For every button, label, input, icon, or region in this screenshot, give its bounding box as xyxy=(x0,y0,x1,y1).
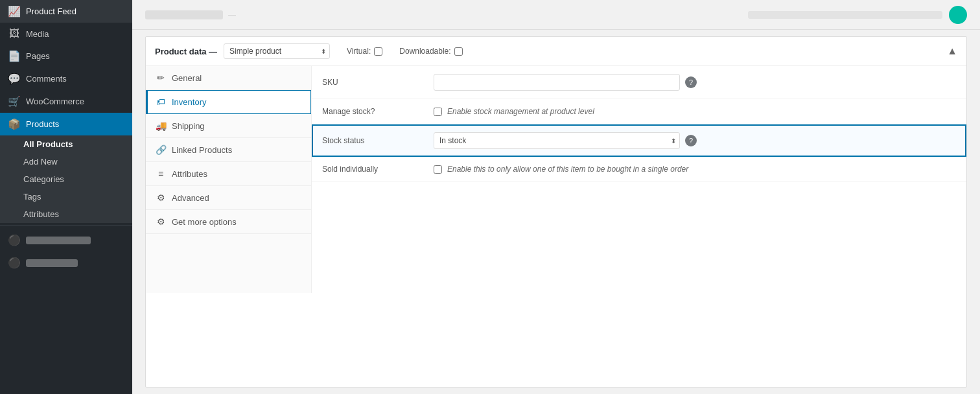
sold-individually-description: Enable this to only allow one of this it… xyxy=(447,165,688,174)
virtual-checkbox[interactable] xyxy=(374,47,382,56)
sidebar-item-pages[interactable]: 📄 Pages xyxy=(0,45,132,67)
sold-individually-field: Enable this to only allow one of this it… xyxy=(434,165,956,174)
sidebar-item-label: Comments xyxy=(26,74,67,84)
manage-stock-description: Enable stock management at product level xyxy=(447,107,594,116)
comments-icon: 💬 xyxy=(8,73,21,85)
manage-stock-label: Manage stock? xyxy=(322,107,426,116)
tab-get-more-options[interactable]: ⚙ Get more options xyxy=(146,210,311,234)
sidebar-item-label: Add New xyxy=(23,157,58,167)
manage-stock-row: Manage stock? Enable stock management at… xyxy=(312,99,966,124)
stock-status-help-icon[interactable]: ? xyxy=(685,135,697,146)
product-data-title: Product data — xyxy=(155,47,217,56)
downloadable-checkbox[interactable] xyxy=(454,47,463,56)
tab-shipping[interactable]: 🚚 Shipping xyxy=(146,114,311,138)
stock-status-label: Stock status xyxy=(322,136,426,145)
tabs-panel: ✏ General 🏷 Inventory 🚚 Shipping 🔗 Linke… xyxy=(146,66,312,293)
linked-products-icon: 🔗 xyxy=(155,145,167,155)
tab-advanced-label: Advanced xyxy=(172,193,209,203)
sidebar-item-add-new[interactable]: Add New xyxy=(0,153,132,170)
edit-label: — xyxy=(228,10,236,19)
blurred-icon-1: ⚫ xyxy=(8,234,21,246)
manage-stock-field: Enable stock management at product level xyxy=(434,107,956,116)
stock-status-field: In stock Out of stock On backorder ? xyxy=(434,132,956,149)
blurred-icon-2: ⚫ xyxy=(8,257,21,269)
sidebar-item-all-products[interactable]: All Products xyxy=(0,135,132,153)
main-content: — Product data — Simple product Grouped … xyxy=(132,0,980,394)
stock-status-select[interactable]: In stock Out of stock On backorder xyxy=(434,132,680,149)
stock-status-wrapper[interactable]: In stock Out of stock On backorder xyxy=(434,132,680,149)
sold-individually-label: Sold individually xyxy=(322,165,426,174)
top-bar-right xyxy=(748,6,967,24)
last-modified-blurred xyxy=(748,11,942,19)
top-bar: — xyxy=(132,0,980,30)
tab-attributes-label: Attributes xyxy=(172,169,207,179)
downloadable-checkbox-group: Downloadable: xyxy=(399,47,462,56)
tab-shipping-label: Shipping xyxy=(172,121,205,131)
media-icon: 🖼 xyxy=(8,28,21,40)
virtual-label: Virtual: xyxy=(347,47,371,56)
sidebar-divider xyxy=(0,226,132,226)
products-icon: 📦 xyxy=(8,118,21,130)
tab-attributes[interactable]: ≡ Attributes xyxy=(146,162,311,186)
general-icon: ✏ xyxy=(155,73,167,83)
tab-general-label: General xyxy=(172,73,202,83)
sidebar-item-comments[interactable]: 💬 Comments xyxy=(0,67,132,90)
tab-inventory-label: Inventory xyxy=(172,97,206,107)
tab-linked-products-label: Linked Products xyxy=(172,145,232,155)
shipping-icon: 🚚 xyxy=(155,121,167,131)
product-data-header: Product data — Simple product Grouped pr… xyxy=(146,37,966,66)
collapse-button[interactable]: ▲ xyxy=(947,45,957,57)
sidebar-item-categories[interactable]: Categories xyxy=(0,170,132,188)
sidebar-item-label: Pages xyxy=(26,51,50,61)
sku-field: ? xyxy=(434,74,956,91)
sidebar-item-media[interactable]: 🖼 Media xyxy=(0,23,132,45)
woocommerce-icon: 🛒 xyxy=(8,95,21,108)
sidebar-item-label: Tags xyxy=(23,192,41,202)
sidebar-item-tags[interactable]: Tags xyxy=(0,188,132,205)
sidebar-item-product-feed[interactable]: 📈 Product Feed xyxy=(0,0,132,23)
blurred-label-1 xyxy=(26,237,91,244)
product-data-body: ✏ General 🏷 Inventory 🚚 Shipping 🔗 Linke… xyxy=(146,66,966,293)
product-feed-icon: 📈 xyxy=(8,5,21,17)
sidebar-item-blurred-2[interactable]: ⚫ xyxy=(0,251,132,274)
tab-linked-products[interactable]: 🔗 Linked Products xyxy=(146,138,311,162)
sold-individually-checkbox[interactable] xyxy=(434,165,442,174)
sku-input[interactable] xyxy=(434,74,680,91)
product-title-blurred xyxy=(145,10,223,19)
sidebar-item-label: Product Feed xyxy=(26,6,76,16)
tab-advanced[interactable]: ⚙ Advanced xyxy=(146,186,311,210)
pages-icon: 📄 xyxy=(8,50,21,62)
manage-stock-checkbox[interactable] xyxy=(434,108,442,116)
sidebar-item-label: Categories xyxy=(23,174,64,184)
product-data-section: Product data — Simple product Grouped pr… xyxy=(145,36,967,388)
sidebar-item-products[interactable]: 📦 Products xyxy=(0,113,132,135)
inventory-content-panel: SKU ? Manage stock? Enable stock managem… xyxy=(312,66,966,293)
products-submenu: All Products Add New Categories Tags Att… xyxy=(0,135,132,223)
sku-label: SKU xyxy=(322,78,426,87)
sidebar-item-label: Media xyxy=(26,29,49,39)
sidebar-item-blurred-1[interactable]: ⚫ xyxy=(0,229,132,251)
attributes-icon: ≡ xyxy=(155,168,167,179)
tab-inventory[interactable]: 🏷 Inventory xyxy=(146,90,311,114)
virtual-checkbox-group: Virtual: xyxy=(347,47,382,56)
product-type-select[interactable]: Simple product Grouped product External/… xyxy=(224,43,330,59)
advanced-icon: ⚙ xyxy=(155,192,167,203)
sidebar-item-label: All Products xyxy=(23,139,73,149)
sidebar-item-label: Products xyxy=(26,119,59,129)
top-bar-left: — xyxy=(145,10,236,19)
sold-individually-row: Sold individually Enable this to only al… xyxy=(312,157,966,182)
get-more-options-icon: ⚙ xyxy=(155,216,167,227)
product-type-wrapper[interactable]: Simple product Grouped product External/… xyxy=(224,43,330,59)
sidebar-item-woocommerce[interactable]: 🛒 WooCommerce xyxy=(0,90,132,113)
sku-help-icon[interactable]: ? xyxy=(685,76,697,88)
sidebar-item-label: Attributes xyxy=(23,209,59,219)
tab-general[interactable]: ✏ General xyxy=(146,66,311,90)
stock-status-row: Stock status In stock Out of stock On ba… xyxy=(312,124,966,157)
sidebar-item-attributes[interactable]: Attributes xyxy=(0,205,132,223)
avatar xyxy=(949,6,967,24)
sku-row: SKU ? xyxy=(312,66,966,99)
inventory-icon: 🏷 xyxy=(155,97,167,107)
tab-get-more-options-label: Get more options xyxy=(172,217,237,227)
sidebar: 📈 Product Feed 🖼 Media 📄 Pages 💬 Comment… xyxy=(0,0,132,394)
sidebar-item-label: WooCommerce xyxy=(26,97,84,106)
